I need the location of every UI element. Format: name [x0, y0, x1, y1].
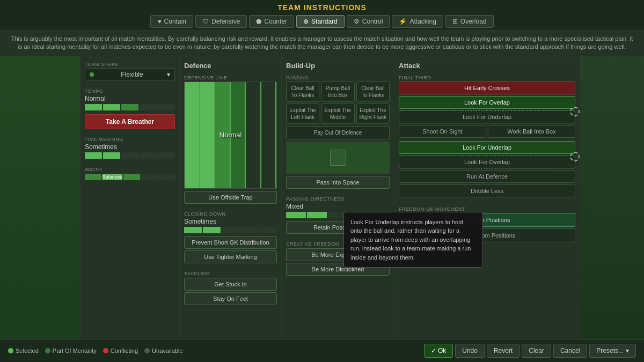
def-line-label: DEFENSIVE LINE — [184, 75, 277, 80]
tab-defensive[interactable]: 🛡 Defensive — [195, 15, 247, 28]
closing-down-section: CLOSING DOWN Sometimes Prevent Short GK … — [184, 211, 277, 263]
exploit-right-flank[interactable]: Exploit The Right Flank — [356, 104, 390, 124]
clear-ball-flanks-left[interactable]: Clear Ball To Flanks — [286, 82, 319, 102]
bottom-bar: Selected Part Of Mentality Conflicting U… — [0, 339, 644, 362]
tab-control[interactable]: ⚙ Control — [347, 15, 390, 28]
tighter-marking-button[interactable]: Use Tighter Marking — [184, 250, 277, 263]
slider-seg-2 — [103, 104, 120, 110]
tw-seg-3 — [121, 152, 138, 159]
passing-directness-value: Mixed — [286, 203, 390, 210]
field-mini-inner — [330, 150, 346, 166]
time-wasting-value: Sometimes — [85, 143, 175, 151]
page-title: TEAM INSTRUCTIONS — [0, 3, 644, 12]
def-col-5 — [246, 82, 261, 188]
w-seg-5 — [158, 174, 175, 180]
clear-ball-flanks-right[interactable]: Clear Ball To Flanks — [356, 82, 390, 102]
tab-overload[interactable]: ⊞ Overload — [445, 15, 494, 28]
buildup-col: Build-Up PASSING Clear Ball To Flanks Pu… — [282, 56, 394, 339]
w-seg-1 — [85, 174, 101, 180]
tab-attacking[interactable]: ⚡ Attacking — [392, 15, 443, 28]
run-at-defence-button[interactable]: Run At Defence — [399, 170, 575, 183]
undo-button[interactable]: Undo — [455, 344, 485, 358]
work-ball-box-button[interactable]: Work Ball Into Box — [488, 125, 575, 138]
left-settings-col: TEAM SHAPE Flexible ▾ TEMPO Normal — [80, 56, 180, 339]
pass-into-space-button[interactable]: Pass Into Space — [286, 176, 390, 189]
standard-icon: ⊕ — [303, 18, 309, 25]
part-dot — [45, 348, 50, 353]
legend-unavailable: Unavailable — [144, 348, 182, 354]
revert-button[interactable]: Revert — [487, 344, 519, 358]
conflict-dot — [103, 348, 108, 353]
tackling-label: TACKLING — [184, 271, 277, 276]
attack-header: Attack — [399, 62, 575, 70]
closing-down-value: Sometimes — [184, 218, 277, 225]
legend-conflicting: Conflicting — [103, 348, 138, 354]
team-shape-dropdown[interactable]: Flexible ▾ — [85, 68, 175, 81]
passing-grid: Clear Ball To Flanks Pump Ball Into Box … — [286, 82, 390, 124]
team-shape-section: TEAM SHAPE Flexible ▾ — [85, 62, 175, 81]
legend: Selected Part Of Mentality Conflicting U… — [8, 348, 183, 354]
exploit-middle[interactable]: Exploit The Middle — [321, 104, 354, 124]
prevent-gk-button[interactable]: Prevent Short GK Distribution — [184, 236, 277, 249]
selected-dot — [8, 348, 13, 353]
action-buttons: ✓ Ok Undo Revert Clear Cancel Presets...… — [424, 344, 636, 358]
look-underlap-button[interactable]: Look For Underlap — [399, 110, 575, 123]
hit-early-crosses-button[interactable]: Hit Early Crosses — [399, 82, 575, 94]
mentality-description: This is arguably the most important of a… — [0, 31, 644, 56]
w-seg-4 — [141, 174, 158, 180]
unavail-dot — [144, 348, 150, 353]
tackling-section: TACKLING Get Stuck In Stay On Feet — [184, 271, 277, 305]
clear-button[interactable]: Clear — [522, 344, 551, 358]
offside-trap-button[interactable]: Use Offside Trap — [184, 191, 277, 204]
stay-feet-button[interactable]: Stay On Feet — [184, 292, 277, 305]
cancel-button[interactable]: Cancel — [553, 344, 587, 358]
pay-out-defence[interactable]: Pay Out Of Defence — [286, 126, 390, 139]
legend-selected: Selected — [8, 348, 39, 354]
slider-seg-4 — [140, 104, 157, 110]
width-slider[interactable]: Balanced — [85, 173, 175, 181]
ti-panel: TEAM SHAPE Flexible ▾ TEMPO Normal — [80, 56, 580, 339]
closing-down-label: CLOSING DOWN — [184, 211, 277, 217]
tempo-value: Normal — [85, 95, 175, 102]
time-wasting-label: TIME WASTING — [85, 137, 175, 142]
tab-contain[interactable]: ♥ Contain — [150, 15, 193, 28]
tempo-section: TEMPO Normal Take A Breather — [85, 88, 175, 129]
look-overlap-button[interactable]: Look For Overlap — [399, 96, 575, 109]
take-breather-button[interactable]: Take A Breather — [85, 114, 175, 129]
final-third-section: FINAL THIRD Hit Early Crosses Look For O… — [399, 75, 575, 199]
defence-header: Defence — [184, 62, 277, 70]
freedom-label: FREEDOM OF MOVEMENT — [399, 206, 575, 212]
w-seg-3 — [123, 174, 140, 180]
closing-down-slider[interactable] — [184, 226, 277, 234]
field-mini — [286, 142, 390, 174]
mentality-tabs: ♥ Contain 🛡 Defensive ⬟ Counter ⊕ Standa… — [0, 15, 644, 28]
slider-seg-5 — [158, 104, 175, 110]
width-section: WIDTH Balanced — [85, 167, 175, 181]
w-seg-2: Balanced — [103, 174, 123, 180]
tab-standard[interactable]: ⊕ Standard — [296, 15, 345, 28]
field-background — [0, 56, 80, 339]
shoot-work-grid: Shoot On Sight Work Ball Into Box — [399, 125, 575, 139]
defence-col: Defence DEFENSIVE LINE — [180, 56, 282, 339]
tab-counter[interactable]: ⬟ Counter — [249, 15, 294, 28]
legend-part-of-mentality: Part Of Mentality — [45, 348, 97, 354]
tempo-slider[interactable] — [85, 104, 175, 111]
control-icon: ⚙ — [354, 18, 360, 25]
get-stuck-button[interactable]: Get Stuck In — [184, 278, 277, 291]
time-wasting-slider[interactable] — [85, 152, 175, 159]
dribble-less-button[interactable]: Dribble Less — [399, 184, 575, 197]
team-shape-label: TEAM SHAPE — [85, 62, 175, 67]
tw-seg-5 — [158, 152, 175, 159]
look-overlap2-button[interactable]: Look For Overlap — [399, 156, 575, 168]
presets-button[interactable]: Presets... ▾ — [589, 344, 636, 358]
shoot-on-sight-button[interactable]: Shoot On Sight — [399, 125, 486, 138]
ok-button[interactable]: ✓ Ok — [424, 344, 453, 358]
slider-seg-3 — [121, 104, 138, 110]
contain-icon: ♥ — [157, 18, 161, 25]
exploit-left-flank[interactable]: Exploit The Left Flank — [286, 104, 319, 124]
time-wasting-section: TIME WASTING Sometimes — [85, 137, 175, 159]
def-line-visual: Normal — [184, 82, 277, 189]
passing-directness-label: PASSING DIRECTNESS — [286, 196, 390, 202]
pump-ball-box[interactable]: Pump Ball Into Box — [321, 82, 354, 102]
look-underlap2-button[interactable]: Look For Underlap — [399, 141, 575, 154]
